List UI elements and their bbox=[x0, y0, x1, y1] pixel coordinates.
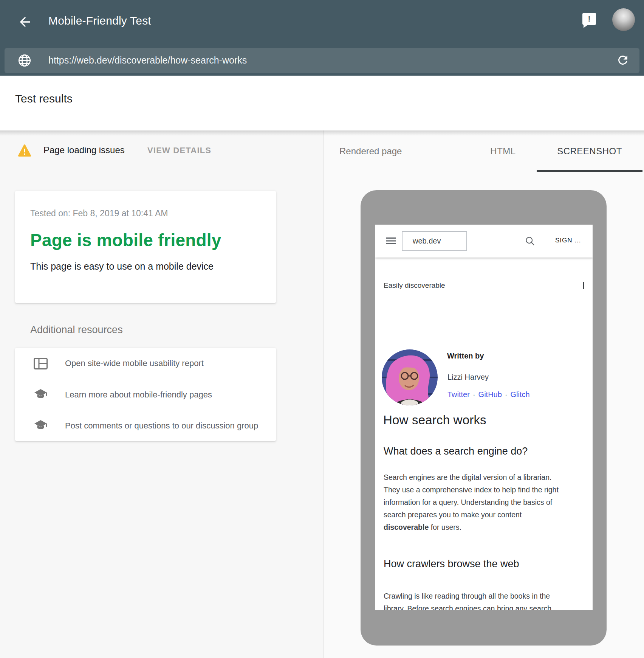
resource-discussion-group[interactable]: Post comments or questions to our discus… bbox=[65, 410, 276, 441]
article-paragraph-1: Search engines are the digital version o… bbox=[384, 471, 559, 534]
results-panel: Page loading issues VIEW DETAILS Tested … bbox=[0, 130, 323, 658]
section-heading-search-engine: What does a search engine do? bbox=[384, 445, 528, 457]
arrow-left-icon bbox=[17, 14, 33, 29]
hamburger-menu-icon[interactable] bbox=[386, 236, 396, 246]
active-tab-underline bbox=[537, 170, 642, 172]
phone-mockup: web.dev SIGN ... Easily discoverable bbox=[361, 190, 607, 646]
url-text[interactable]: https://web.dev/discoverable/how-search-… bbox=[48, 55, 247, 66]
written-by-label: Written by bbox=[447, 352, 484, 360]
result-card: Tested on: Feb 8, 2019 at 10:41 AM Page … bbox=[15, 191, 276, 303]
breadcrumb: Easily discoverable bbox=[384, 281, 445, 290]
section-heading-crawlers: How crawlers browse the web bbox=[384, 558, 519, 570]
verdict-heading: Page is mobile friendly bbox=[30, 230, 261, 250]
resource-label: Learn more about mobile-friendly pages bbox=[65, 390, 212, 400]
back-button[interactable] bbox=[17, 14, 33, 29]
content-top-shadow bbox=[0, 130, 644, 136]
site-search-box[interactable]: web.dev bbox=[402, 231, 467, 251]
tab-screenshot[interactable]: SCREENSHOT bbox=[537, 130, 642, 172]
preview-panel: Rendered page HTML SCREENSHOT web.dev bbox=[323, 130, 644, 658]
app-bar: Mobile-Friendly Test ! bbox=[0, 0, 644, 43]
warning-icon bbox=[17, 144, 32, 157]
phone-screenshot: web.dev SIGN ... Easily discoverable bbox=[375, 225, 593, 610]
resource-label: Open site-wide mobile usability report bbox=[65, 358, 204, 368]
author-avatar bbox=[382, 349, 438, 405]
link-separator: · bbox=[470, 390, 478, 399]
vertical-bar-glyph bbox=[583, 282, 584, 289]
twitter-link[interactable]: Twitter bbox=[447, 390, 470, 399]
tested-on-timestamp: Tested on: Feb 8, 2019 at 10:41 AM bbox=[30, 208, 261, 219]
globe-icon bbox=[17, 53, 32, 68]
resource-usability-report[interactable]: Open site-wide mobile usability report bbox=[15, 348, 276, 379]
url-field[interactable]: https://web.dev/discoverable/how-search-… bbox=[5, 48, 639, 73]
account-avatar[interactable] bbox=[612, 8, 635, 31]
usability-report-icon bbox=[34, 358, 48, 369]
resource-learn-more[interactable]: Learn more about mobile-friendly pages bbox=[65, 379, 276, 410]
warning-label: Page loading issues bbox=[43, 145, 125, 155]
school-icon bbox=[34, 389, 48, 400]
refresh-icon bbox=[616, 53, 630, 67]
feedback-icon[interactable]: ! bbox=[582, 13, 596, 25]
sign-in-button[interactable]: SIGN ... bbox=[555, 237, 581, 244]
page-title: Test results bbox=[15, 92, 73, 105]
tab-rendered-page[interactable]: Rendered page bbox=[339, 130, 402, 172]
additional-resources-heading: Additional resources bbox=[30, 324, 123, 336]
glitch-link[interactable]: Glitch bbox=[511, 390, 530, 399]
github-link[interactable]: GitHub bbox=[478, 390, 502, 399]
tab-html[interactable]: HTML bbox=[475, 130, 531, 172]
author-name: Lizzi Harvey bbox=[447, 373, 489, 382]
link-separator: · bbox=[502, 390, 511, 399]
verdict-subtitle: This page is easy to use on a mobile dev… bbox=[30, 261, 261, 272]
discoverable-emphasis: discoverable bbox=[384, 523, 429, 531]
phone-site-header: web.dev SIGN ... bbox=[375, 225, 593, 258]
article-title: How search works bbox=[383, 413, 486, 427]
search-icon[interactable] bbox=[525, 236, 535, 246]
preview-tabs: Rendered page HTML SCREENSHOT bbox=[324, 130, 644, 172]
article-paragraph-2: Crawling is like reading through all the… bbox=[384, 590, 551, 610]
resources-card: Open site-wide mobile usability report L… bbox=[15, 348, 276, 441]
view-details-button[interactable]: VIEW DETAILS bbox=[147, 146, 211, 155]
results-band: Test results bbox=[0, 76, 644, 130]
page-loading-issues-row: Page loading issues VIEW DETAILS bbox=[0, 130, 323, 172]
refresh-button[interactable] bbox=[616, 53, 630, 67]
author-links: Twitter·GitHub·Glitch bbox=[447, 390, 530, 399]
site-name: web.dev bbox=[413, 237, 441, 245]
school-icon bbox=[34, 420, 48, 431]
app-title: Mobile-Friendly Test bbox=[48, 14, 151, 27]
url-bar: https://web.dev/discoverable/how-search-… bbox=[0, 43, 644, 76]
resource-label: Post comments or questions to our discus… bbox=[65, 421, 258, 431]
